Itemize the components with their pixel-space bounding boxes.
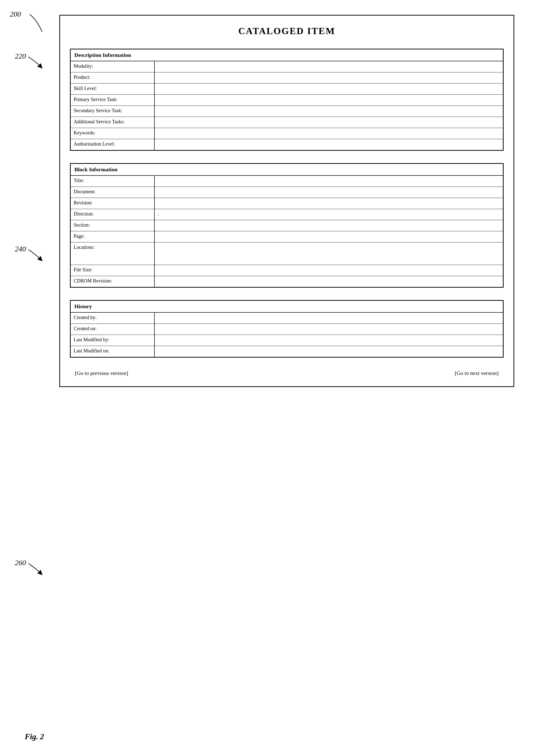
primary-service-task-label: Primary Service Task: <box>71 94 155 105</box>
last-modified-by-label: Last Modified by: <box>71 335 155 346</box>
locations-label: Locations: <box>71 242 155 265</box>
history-section: History Created by: Created on: Last Mod… <box>70 300 504 358</box>
last-modified-by-value[interactable] <box>155 335 503 346</box>
field-row-revision: Revision: <box>71 198 503 209</box>
file-size-value[interactable] <box>155 265 503 276</box>
main-box: CATALOGED ITEM Description Information M… <box>59 15 514 387</box>
direction-label: Direction: <box>71 209 155 220</box>
created-by-value[interactable] <box>155 312 503 323</box>
field-row-product: Product: <box>71 72 503 84</box>
field-row-primary-service-task: Primary Service Task: <box>71 94 503 106</box>
field-row-file-size: File Size: <box>71 265 503 276</box>
locations-value[interactable] <box>155 242 503 265</box>
field-row-authorization-level: Authorization Level: <box>71 139 503 150</box>
cdrom-revision-value[interactable] <box>155 276 503 287</box>
product-label: Product: <box>71 72 155 83</box>
title-value[interactable] <box>155 176 503 187</box>
bottom-buttons: [Go to previous version] [Go to next ver… <box>70 370 504 376</box>
section-value[interactable] <box>155 220 503 231</box>
field-row-direction: Direction: . <box>71 209 503 220</box>
modality-label: Modality: <box>71 61 155 72</box>
block-header: Block Information <box>71 164 503 176</box>
keywords-label: Keywords: <box>71 128 155 139</box>
secondary-service-task-value[interactable] <box>155 106 503 117</box>
field-row-keywords: Keywords: <box>71 128 503 139</box>
history-header: History <box>71 301 503 312</box>
field-row-additional-service-tasks: Additional Service Tasks: <box>71 117 503 128</box>
last-modified-on-label: Last Modified on: <box>71 346 155 357</box>
page-container: 200 220 240 260 <box>0 0 534 756</box>
main-title: CATALOGED ITEM <box>70 23 504 39</box>
arrow-240 <box>18 247 43 262</box>
field-row-last-modified-by: Last Modified by: <box>71 335 503 346</box>
last-modified-on-value[interactable] <box>155 346 503 357</box>
created-on-label: Created on: <box>71 324 155 335</box>
authorization-level-label: Authorization Level: <box>71 139 155 150</box>
field-row-document: Document: <box>71 187 503 198</box>
field-row-locations: Locations: <box>71 242 503 265</box>
created-on-value[interactable] <box>155 324 503 335</box>
field-row-last-modified-on: Last Modified on: <box>71 346 503 357</box>
arrow-260 <box>18 561 43 576</box>
page-value[interactable] <box>155 231 503 242</box>
go-to-next-button[interactable]: [Go to next version] <box>455 370 499 376</box>
field-row-title: Title: <box>71 176 503 187</box>
revision-value[interactable] <box>155 198 503 209</box>
additional-service-tasks-value[interactable] <box>155 117 503 128</box>
modality-value[interactable] <box>155 61 503 72</box>
revision-label: Revision: <box>71 198 155 209</box>
field-row-page: Page: <box>71 231 503 242</box>
product-value[interactable] <box>155 72 503 83</box>
description-header: Description Information <box>71 49 503 61</box>
block-section: Block Information Title: Document: Revis… <box>70 163 504 288</box>
secondary-service-task-label: Secondary Service Task: <box>71 106 155 117</box>
arrow-200 <box>15 12 44 32</box>
skill-level-label: Skill Level: <box>71 84 155 94</box>
field-row-created-by: Created by: <box>71 312 503 324</box>
direction-value[interactable]: . <box>155 209 503 220</box>
created-by-label: Created by: <box>71 312 155 323</box>
field-row-created-on: Created on: <box>71 324 503 335</box>
additional-service-tasks-label: Additional Service Tasks: <box>71 117 155 128</box>
skill-level-value[interactable] <box>155 84 503 94</box>
figure-label: Fig. 2 <box>25 732 44 741</box>
keywords-value[interactable] <box>155 128 503 139</box>
cdrom-revision-label: CDROM Revision: <box>71 276 155 287</box>
field-row-secondary-service-task: Secondary Service Task: <box>71 106 503 117</box>
authorization-level-value[interactable] <box>155 139 503 150</box>
primary-service-task-value[interactable] <box>155 94 503 105</box>
field-row-skill-level: Skill Level: <box>71 84 503 94</box>
section-label: Section: <box>71 220 155 231</box>
go-to-previous-button[interactable]: [Go to previous version] <box>75 370 128 376</box>
arrow-220 <box>18 54 43 69</box>
document-value[interactable] <box>155 187 503 198</box>
title-label: Title: <box>71 176 155 187</box>
field-row-cdrom-revision: CDROM Revision: <box>71 276 503 287</box>
file-size-label: File Size: <box>71 265 155 276</box>
field-row-modality: Modality: <box>71 61 503 72</box>
description-section: Description Information Modality: Produc… <box>70 49 504 151</box>
page-label: Page: <box>71 231 155 242</box>
document-label: Document: <box>71 187 155 198</box>
field-row-section: Section: <box>71 220 503 231</box>
